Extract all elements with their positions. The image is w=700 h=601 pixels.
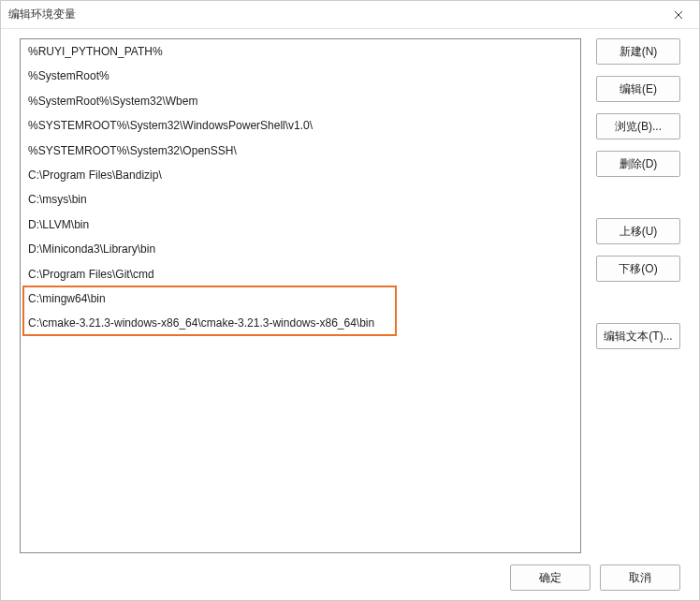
titlebar: 编辑环境变量 (1, 1, 699, 29)
browse-button[interactable]: 浏览(B)... (596, 113, 680, 139)
list-item[interactable]: C:\msys\bin (21, 187, 580, 212)
move-up-button[interactable]: 上移(U) (596, 218, 680, 244)
dialog-footer: 确定 取消 (510, 564, 680, 591)
delete-button[interactable]: 删除(D) (596, 151, 680, 177)
cancel-button[interactable]: 取消 (600, 564, 680, 591)
window-title: 编辑环境变量 (8, 7, 76, 22)
list-item[interactable]: %SYSTEMROOT%\System32\WindowsPowerShell\… (21, 113, 580, 138)
side-buttons: 新建(N) 编辑(E) 浏览(B)... 删除(D) 上移(U) 下移(O) 编… (596, 38, 680, 553)
edit-text-button[interactable]: 编辑文本(T)... (596, 323, 680, 349)
path-listbox[interactable]: %RUYI_PYTHON_PATH%%SystemRoot%%SystemRoo… (20, 38, 581, 553)
list-item[interactable]: %SystemRoot%\System32\Wbem (21, 89, 580, 113)
list-item[interactable]: D:\Miniconda3\Library\bin (21, 237, 580, 261)
list-item[interactable]: C:\cmake-3.21.3-windows-x86_64\cmake-3.2… (21, 311, 580, 335)
list-item[interactable]: %SystemRoot% (21, 64, 580, 88)
close-icon[interactable] (657, 1, 699, 29)
move-down-button[interactable]: 下移(O) (596, 256, 680, 282)
list-item[interactable]: C:\Program Files\Bandizip\ (21, 163, 580, 187)
ok-button[interactable]: 确定 (510, 564, 591, 591)
list-item[interactable]: %SYSTEMROOT%\System32\OpenSSH\ (21, 139, 580, 163)
list-item[interactable]: C:\Program Files\Git\cmd (21, 262, 580, 286)
content-area: %RUYI_PYTHON_PATH%%SystemRoot%%SystemRoo… (20, 38, 680, 553)
new-button[interactable]: 新建(N) (596, 38, 680, 65)
edit-button[interactable]: 编辑(E) (596, 76, 680, 102)
list-item[interactable]: C:\mingw64\bin (21, 286, 580, 311)
list-item[interactable]: %RUYI_PYTHON_PATH% (21, 39, 580, 64)
list-item[interactable]: D:\LLVM\bin (21, 213, 580, 237)
